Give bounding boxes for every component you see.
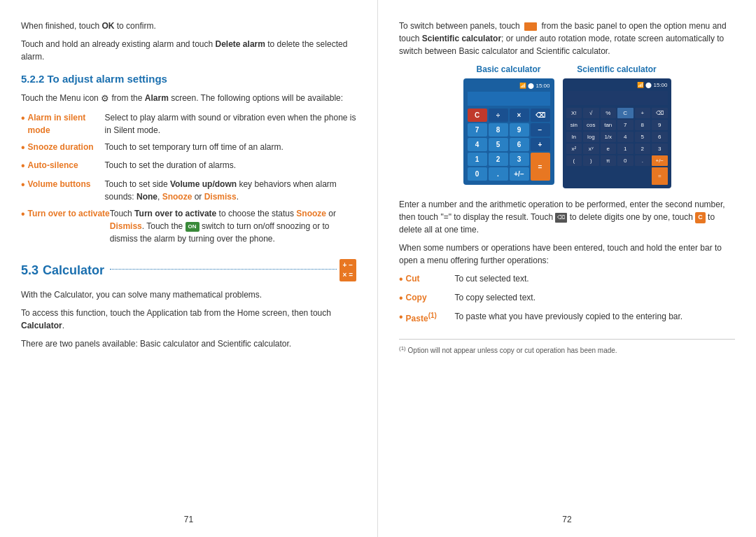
- sci-calc-buttons: X! √ % C + ⌫ sin cos tan 7 8 9 ln log: [566, 108, 668, 166]
- list-item: • Volume buttons Touch to set side Volum…: [21, 178, 356, 203]
- sci-calc-screen: 📶 ⬤ 15:00 X! √ % C + ⌫ sin cos tan: [563, 78, 671, 188]
- basic-calc-buttons: C ÷ × ⌫ 7 8 9 − 4 5 6 + 1 2 3 = 0: [468, 109, 550, 181]
- calc-btn-6: 6: [510, 138, 529, 151]
- backspace-icon: ⌫: [555, 213, 567, 223]
- list-item: • Auto-silence Touch to set the duration…: [21, 159, 356, 174]
- basic-calc-screen: 📶 ⬤ 15:00 C ÷ × ⌫ 7 8 9 − 4 5 6: [463, 78, 554, 185]
- sci-calc-container: Scientific calculator 📶 ⬤ 15:00 X! √ % C…: [563, 64, 671, 188]
- enter-number-para: Enter a number and the arithmetic operat…: [399, 198, 735, 236]
- calc-btn-equals: =: [531, 153, 550, 181]
- calc-btn-del: ⌫: [531, 109, 550, 122]
- calc-btn-4: 4: [468, 138, 487, 151]
- calc-btn-dot: .: [489, 167, 508, 181]
- calc-two-panels: There are two panels available: Basic ca…: [21, 337, 356, 350]
- calc-access: To access this function, touch the Appli…: [21, 307, 356, 332]
- list-item-turn-over: • Turn over to activate Touch Turn over …: [21, 207, 356, 245]
- list-item: • Snooze duration Touch to set temporary…: [21, 141, 356, 155]
- calc-btn-plusminus: +/−: [510, 167, 529, 181]
- calc-btn-plus: +: [531, 138, 550, 151]
- switch-panels-para: To switch between panels, touch from the…: [399, 20, 735, 57]
- hold-enter-bar-para: When some numbers or operations have bee…: [399, 242, 735, 267]
- calculator-icon: + −× =: [340, 259, 356, 281]
- calc-btn-8: 8: [489, 123, 508, 137]
- calc-btn-0: 0: [468, 167, 487, 181]
- calc-btn-9: 9: [510, 123, 529, 137]
- left-page: When finished, touch OK to confirm. Touc…: [0, 0, 378, 537]
- section-number: 5.3: [21, 263, 38, 278]
- intro-paragraph: When finished, touch OK to confirm.: [21, 20, 356, 32]
- section-53-header: 5.3 Calculator + −× =: [21, 259, 356, 281]
- delete-alarm-paragraph: Touch and hold an already existing alarm…: [21, 38, 356, 63]
- calc-btn-5: 5: [489, 138, 508, 151]
- list-item-copy: • Copy To copy selected text.: [399, 291, 735, 306]
- menu-intro: Touch the Menu icon ⚙ from the Alarm scr…: [21, 92, 356, 106]
- menu-lines-icon: [524, 22, 537, 31]
- calc-btn-1: 1: [468, 153, 487, 166]
- clear-icon: C: [695, 212, 706, 223]
- basic-calc-container: Basic calculator 📶 ⬤ 15:00 C ÷ × ⌫ 7 8 9…: [463, 64, 554, 188]
- calc-btn-2: 2: [489, 153, 508, 166]
- section-522-title: 5.2.2 To adjust alarm settings: [21, 73, 356, 85]
- alarm-settings-list: • Alarm in silentmode Select to play ala…: [21, 111, 356, 246]
- operations-list: • Cut To cut selected text. • Copy To co…: [399, 272, 735, 325]
- calc-btn-minus: −: [531, 123, 550, 137]
- calculator-images: Basic calculator 📶 ⬤ 15:00 C ÷ × ⌫ 7 8 9…: [399, 64, 735, 188]
- list-item: • Alarm in silentmode Select to play ala…: [21, 111, 356, 137]
- calc-btn-7: 7: [468, 123, 487, 137]
- calc-btn-mul: ×: [510, 109, 529, 122]
- list-item-cut: • Cut To cut selected text.: [399, 272, 735, 287]
- calc-btn-c: C: [468, 109, 487, 122]
- footnote: (1) Option will not appear unless copy o…: [399, 339, 735, 354]
- basic-calc-display: [468, 92, 550, 106]
- calc-btn-div: ÷: [489, 109, 508, 122]
- basic-calc-status: 📶 ⬤ 15:00: [468, 83, 550, 89]
- sci-calc-label: Scientific calculator: [577, 64, 656, 74]
- list-item-paste: • Paste(1) To paste what you have previo…: [399, 310, 735, 325]
- page-number-left: 71: [184, 515, 193, 524]
- basic-calc-label: Basic calculator: [476, 64, 540, 74]
- gear-icon: ⚙: [101, 92, 109, 106]
- page-number-right: 72: [562, 515, 571, 524]
- calc-btn-3: 3: [510, 153, 529, 166]
- sci-calc-display: [566, 91, 668, 105]
- calc-intro: With the Calculator, you can solve many …: [21, 288, 356, 301]
- right-page: To switch between panels, touch from the…: [378, 0, 756, 537]
- sci-calc-status: 📶 ⬤ 15:00: [566, 82, 668, 88]
